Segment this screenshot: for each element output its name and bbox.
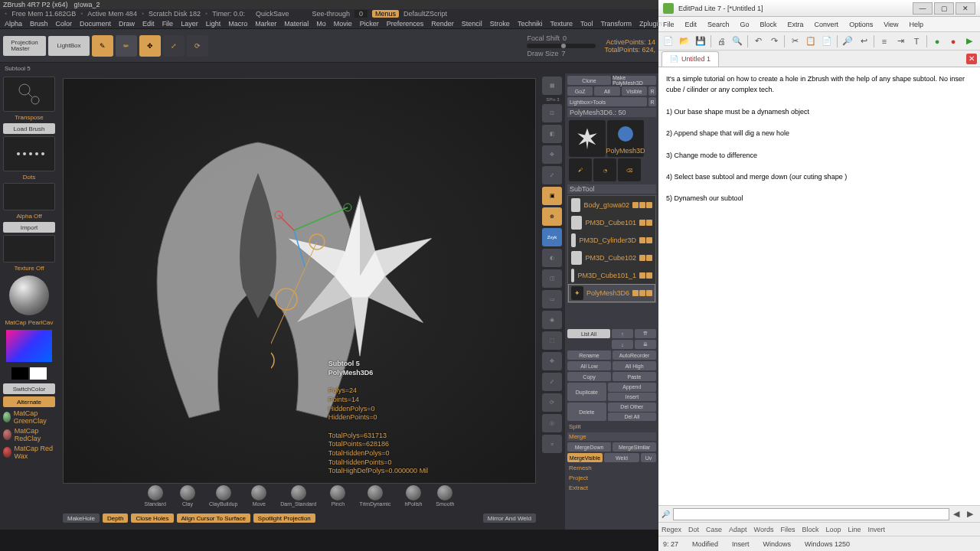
alpha-slot[interactable] (3, 183, 55, 210)
quickmat-redclay[interactable]: MatCap RedClay (3, 427, 55, 442)
brush-standard[interactable]: Standard (145, 485, 166, 507)
goz-button[interactable]: GoZ (567, 86, 593, 96)
menu-picker[interactable]: Picker (360, 20, 379, 28)
preview-icon[interactable]: 🔍 (730, 34, 744, 48)
menu-search[interactable]: Search (707, 21, 730, 28)
opt-loop[interactable]: Loop (825, 526, 841, 533)
movebot-button[interactable]: ⇊ (635, 340, 656, 349)
goz-visible-button[interactable]: Visible (622, 86, 647, 96)
seethrough-value[interactable]: 0 (354, 10, 368, 18)
depth-button[interactable]: Depth (103, 514, 128, 523)
menu-stencil[interactable]: Stencil (462, 20, 482, 28)
switch-color-button[interactable]: SwitchColor (3, 383, 55, 394)
menu-tool[interactable]: Tool (580, 20, 593, 28)
menu-draw[interactable]: Draw (119, 20, 135, 28)
rail-rotate[interactable]: ⟳ (542, 393, 562, 412)
focal-slider[interactable] (527, 44, 596, 48)
make-polymesh-button[interactable]: Make PolyMesh3D (612, 76, 656, 85)
duplicate-button[interactable]: Duplicate (567, 383, 606, 401)
goz-r-button[interactable]: R (648, 86, 656, 96)
makehole-button[interactable]: MakeHole (63, 514, 100, 523)
autoreorder-button[interactable]: AutoReorder (612, 350, 656, 360)
save-icon[interactable]: 💾 (694, 34, 707, 48)
brush-damstandard[interactable]: Dam_Standard (280, 485, 316, 507)
rail-solo[interactable]: ◎ (542, 414, 562, 432)
menu-view[interactable]: View (884, 21, 898, 28)
uv-button[interactable]: Uv (641, 453, 656, 462)
mergedown-button[interactable]: MergeDown (567, 442, 611, 452)
menu-transform[interactable]: Transform (600, 20, 632, 28)
swatch-black[interactable] (11, 367, 28, 380)
opt-files[interactable]: Files (780, 526, 795, 533)
quickmat-redwax[interactable]: MatCap Red Wax (3, 445, 55, 460)
lightbox-button[interactable]: LightBox (48, 36, 90, 56)
mergevisible-button[interactable]: MergeVisible (567, 453, 603, 462)
menu-help[interactable]: Help (910, 21, 924, 28)
indent-icon[interactable]: ⇥ (893, 34, 907, 48)
rail-zoom[interactable]: ⤢ (542, 166, 562, 184)
menu-edit[interactable]: Edit (685, 21, 697, 28)
search-prev-icon[interactable]: ◀ (949, 507, 963, 521)
brush-move[interactable]: Move (251, 485, 266, 507)
scale-mode-toggle[interactable]: ⤢ (163, 35, 185, 57)
paste-icon[interactable]: 📄 (820, 34, 834, 48)
brush-hpolish[interactable]: hPolish (404, 485, 422, 507)
mergesimilar-button[interactable]: MergeSimilar (612, 442, 656, 452)
tool-simplebrush[interactable]: 🖌 (569, 158, 592, 181)
menu-file[interactable]: File (663, 21, 675, 28)
quickmat-greenclay[interactable]: MatCap GreenClay (3, 409, 55, 425)
rotate-mode-toggle[interactable]: ⟳ (187, 35, 208, 57)
stroke-dots-icon[interactable] (3, 136, 55, 171)
search-input[interactable] (673, 508, 949, 520)
menu-brush[interactable]: Brush (30, 20, 48, 28)
undo-icon[interactable]: ↶ (751, 34, 765, 48)
quicksave-button[interactable]: QuickSave (256, 10, 289, 18)
rail-persp[interactable]: ◫ (542, 269, 562, 288)
opt-line[interactable]: Line (848, 526, 861, 533)
mirrorweld-button[interactable]: Mirror And Weld (483, 514, 536, 523)
texture-slot[interactable] (3, 235, 55, 262)
lightbox-r[interactable]: R (648, 97, 656, 106)
rename-button[interactable]: Rename (567, 350, 611, 360)
rail-polyframe[interactable]: Zvyk (542, 228, 562, 246)
closeholes-button[interactable]: Close Holes (131, 514, 173, 523)
subtool-item-selected[interactable]: ✦PolyMesh3D6 (569, 285, 655, 302)
menu-render[interactable]: Render (431, 20, 454, 28)
swatch-white[interactable] (30, 367, 47, 380)
menu-document[interactable]: Document (80, 20, 111, 28)
opt-case[interactable]: Case (706, 526, 722, 533)
movedown-button[interactable]: ↓ (612, 340, 633, 349)
menu-block[interactable]: Block (760, 21, 777, 28)
color-picker[interactable] (6, 330, 52, 362)
redo-icon[interactable]: ↷ (767, 34, 781, 48)
minimize-button[interactable]: — (913, 2, 933, 15)
tool-polymesh3d[interactable]: PolyMesh3D (607, 120, 644, 157)
opt-words[interactable]: Words (754, 526, 774, 533)
menu-techniki[interactable]: Techniki (518, 20, 543, 28)
insert-button[interactable]: Insert (608, 393, 656, 402)
wrap-icon[interactable]: ↩ (857, 34, 871, 48)
menu-marker[interactable]: Marker (255, 20, 276, 28)
listall-button[interactable]: List All (567, 329, 610, 338)
menu-extra[interactable]: Extra (788, 21, 804, 28)
brush-clay[interactable]: Clay (180, 485, 195, 507)
rail-move[interactable]: ✥ (542, 352, 562, 370)
delother-button[interactable]: Del Other (608, 403, 656, 412)
tool-star[interactable] (569, 120, 606, 157)
remesh-section[interactable]: Remesh (567, 464, 656, 472)
subtool-item[interactable]: PM3D_Cube101 (569, 214, 655, 231)
menu-light[interactable]: Light (206, 20, 221, 28)
rail-transp[interactable]: ◐ (542, 249, 562, 267)
opt-dot[interactable]: Dot (688, 526, 699, 533)
merge-section[interactable]: Merge (567, 432, 656, 441)
rail-sproof[interactable]: ≡ (542, 435, 562, 453)
menu-options[interactable]: Options (849, 21, 873, 28)
aligncursor-button[interactable]: Align Cursor To Surface (177, 514, 250, 523)
brush-smooth[interactable]: Smooth (436, 485, 454, 507)
cut-icon[interactable]: ✂ (788, 34, 802, 48)
menu-convert[interactable]: Convert (815, 21, 839, 28)
open-icon[interactable]: 📂 (678, 34, 691, 48)
menus-toggle[interactable]: Menus (372, 10, 399, 18)
moveup-button[interactable]: ↑ (612, 329, 633, 338)
rail-scale[interactable]: ⤢ (542, 373, 562, 391)
